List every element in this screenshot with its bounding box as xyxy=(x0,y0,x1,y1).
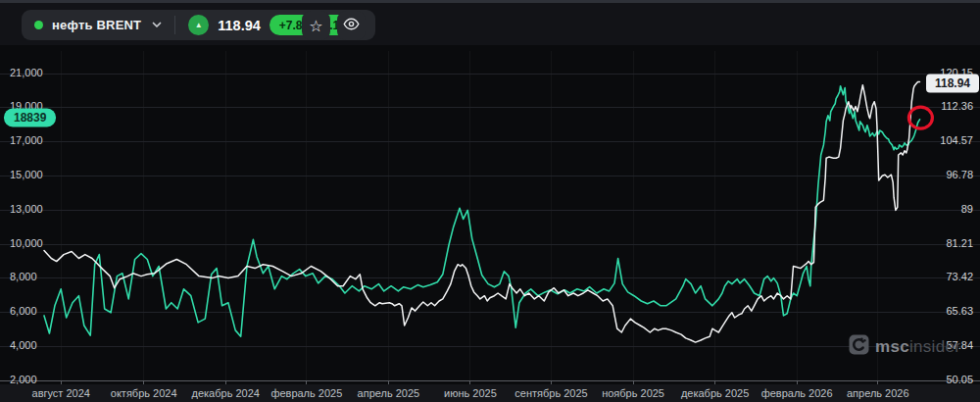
time-axis-label: декабрь 2025 xyxy=(681,387,749,399)
month-gridline xyxy=(225,51,226,380)
time-axis-label: апрель 2025 xyxy=(358,387,420,399)
right-axis-label: 65.63 xyxy=(946,305,973,317)
chevron-down-icon xyxy=(152,22,162,28)
right-axis-label: 112.36 xyxy=(941,100,973,112)
left-axis-label: 13,000 xyxy=(10,203,43,215)
direction-up-icon: ▲ xyxy=(188,15,209,35)
month-gridline xyxy=(877,51,878,380)
left-axis-label: 8,000 xyxy=(10,271,37,282)
price-gridline xyxy=(0,312,980,313)
right-axis-label: 73.42 xyxy=(946,271,973,282)
price-gridline xyxy=(0,176,980,176)
time-axis-label: декабрь 2024 xyxy=(192,387,260,399)
price-gridline xyxy=(0,210,980,211)
right-axis-label: 96.78 xyxy=(946,169,973,180)
price-gridline xyxy=(0,244,980,245)
left-axis-label: 6,000 xyxy=(10,305,37,317)
star-icon: ☆ xyxy=(309,17,322,35)
month-gridline xyxy=(306,51,307,380)
right-axis-label: 104.57 xyxy=(940,134,973,146)
watermark-text-light: insider xyxy=(909,337,960,356)
time-axis-label: апрель 2026 xyxy=(847,387,909,399)
price-gridline xyxy=(0,380,980,381)
price-last-value-badge: 118.94 xyxy=(926,74,979,92)
last-price: 118.94 xyxy=(218,18,261,33)
toolbar-divider xyxy=(174,16,175,34)
instrument-name: нефть BRENT xyxy=(52,18,141,32)
brand-watermark: mscinsider xyxy=(849,334,960,359)
mscinsider-logo-icon xyxy=(849,334,869,359)
time-axis-label: июнь 2025 xyxy=(444,387,497,399)
watch-button[interactable] xyxy=(337,11,366,40)
month-gridline xyxy=(469,51,470,380)
time-axis-label: ноябрь 2025 xyxy=(602,387,664,399)
left-axis-label: 10,000 xyxy=(10,237,43,249)
month-gridline xyxy=(714,51,715,380)
price-gridline xyxy=(0,277,980,278)
time-axis-label: октябрь 2024 xyxy=(111,387,177,399)
month-gridline xyxy=(797,51,798,380)
time-axis[interactable]: август 2024октябрь 2024декабрь 2024февра… xyxy=(0,384,980,402)
price-gridline xyxy=(0,107,980,108)
portfolio-last-value-badge: 18839 xyxy=(4,108,56,126)
right-axis-label: 89 xyxy=(961,203,973,215)
left-axis-label: 4,000 xyxy=(10,339,37,351)
right-axis-label: 50.05 xyxy=(946,374,973,385)
month-gridline xyxy=(551,51,552,380)
month-gridline xyxy=(633,51,634,380)
right-axis-label: 81.21 xyxy=(946,237,973,249)
month-gridline xyxy=(143,51,144,380)
left-axis-label: 21,000 xyxy=(10,67,43,78)
watermark-text-bold: msc xyxy=(875,337,909,356)
time-axis-label: февраль 2026 xyxy=(761,387,833,399)
left-axis-label: 15,000 xyxy=(10,169,43,180)
left-axis-label: 17,000 xyxy=(10,134,43,146)
time-axis-label: август 2024 xyxy=(32,387,90,399)
instrument-selector[interactable]: нефть BRENT xyxy=(34,18,162,32)
left-axis-label: 2,000 xyxy=(10,374,37,385)
favorite-button[interactable]: ☆ xyxy=(302,11,330,40)
month-gridline xyxy=(388,51,389,380)
chart-canvas[interactable]: 21,000120.1519,000112.3617,000104.5715,0… xyxy=(0,45,980,384)
chart-toolbar: нефть BRENT ▲ 118.94 +7.88 (+7.1%) ☆ xyxy=(0,3,980,46)
status-dot-icon xyxy=(34,21,43,29)
time-axis-label: февраль 2025 xyxy=(270,387,342,399)
time-axis-label: сентябрь 2025 xyxy=(514,387,587,399)
chart-app-window: нефть BRENT ▲ 118.94 +7.88 (+7.1%) ☆ 21,… xyxy=(0,0,980,402)
price-gridline xyxy=(0,346,980,347)
month-gridline xyxy=(61,51,62,380)
price-gridline xyxy=(0,141,980,142)
price-gridline xyxy=(0,74,980,75)
eye-icon xyxy=(343,17,360,34)
